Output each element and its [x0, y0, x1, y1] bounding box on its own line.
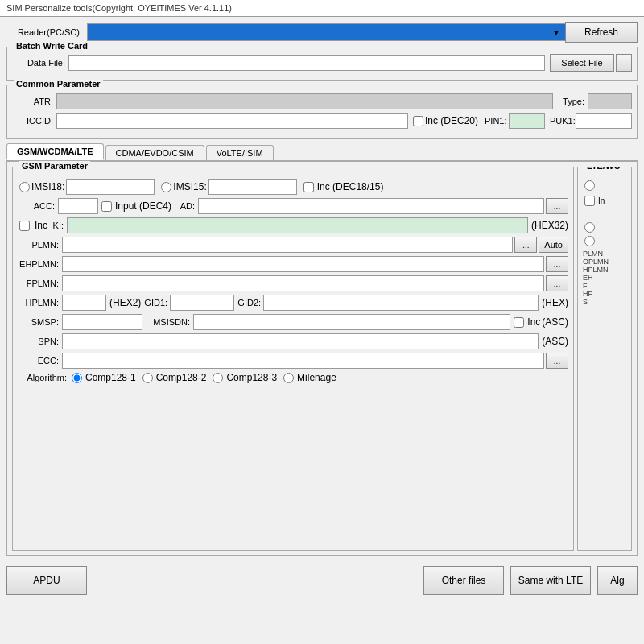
- inc-label: Inc: [35, 220, 47, 231]
- imsi-inc-label: Inc (DEC18/15): [317, 181, 384, 192]
- data-file-input[interactable]: [68, 55, 545, 71]
- imsi15-radio[interactable]: [161, 182, 171, 192]
- hplmn-label: HPLMN:: [18, 298, 62, 308]
- algo-comp128-2-radio[interactable]: [142, 373, 153, 383]
- ehplmn-input[interactable]: [62, 256, 544, 272]
- msisdn-inc-label: Inc: [527, 316, 540, 328]
- input-dec4-label: Input (DEC4): [115, 200, 171, 212]
- msisdn-inc-checkbox[interactable]: [514, 317, 524, 328]
- acc-input[interactable]: [58, 198, 98, 214]
- spn-input[interactable]: [62, 333, 539, 349]
- auto-button[interactable]: Auto: [539, 237, 568, 253]
- ki-inc-checkbox[interactable]: [19, 221, 30, 231]
- imsi18-label: IMSI18:: [31, 181, 64, 192]
- batch-legend: Batch Write Card: [14, 41, 90, 51]
- msisdn-label: MSISDN:: [149, 317, 193, 327]
- hplmn-hex2-label: (HEX2): [109, 297, 141, 308]
- ecc-input[interactable]: [62, 353, 544, 369]
- ecc-ellipsis-button[interactable]: ...: [546, 353, 568, 369]
- msisdn-input[interactable]: [193, 314, 510, 330]
- acc-label: ACC:: [18, 201, 58, 211]
- common-legend: Common Parameter: [14, 79, 103, 89]
- plmn-input[interactable]: [62, 237, 513, 253]
- fplmn-input[interactable]: [62, 275, 544, 291]
- plmn-label: PLMN:: [18, 240, 62, 250]
- ki-label: KI:: [51, 221, 67, 230]
- batch-extra-button[interactable]: [616, 54, 632, 72]
- algo-milenage-radio[interactable]: [283, 373, 294, 383]
- tab-cdma-evdo-csim[interactable]: CDMA/EVDO/CSIM: [105, 145, 204, 160]
- tab-volte-isim[interactable]: VoLTE/ISIM: [206, 145, 274, 160]
- spn-label: SPN:: [18, 336, 62, 346]
- type-input[interactable]: [588, 93, 632, 109]
- gsm-panel-legend: GSM Parameter: [19, 161, 90, 171]
- refresh-button[interactable]: Refresh: [565, 22, 638, 43]
- reader-select[interactable]: [87, 23, 568, 41]
- reader-label: Reader(PC/SC):: [6, 27, 87, 37]
- plmn-ellipsis-button[interactable]: ...: [514, 237, 537, 253]
- lte-radio-3[interactable]: [584, 236, 595, 246]
- ad-input[interactable]: [198, 198, 544, 214]
- smsp-label: SMSP:: [18, 317, 62, 327]
- ehplmn-label: EHPLMN:: [18, 259, 62, 269]
- inc-dec20-label: Inc (DEC20): [425, 115, 478, 126]
- lte-im-radio[interactable]: [584, 180, 595, 191]
- msisdn-asc-label: (ASC): [542, 316, 568, 328]
- puk1-label: PUK1:: [550, 116, 576, 126]
- data-file-label: Data File:: [12, 58, 68, 68]
- pin1-input[interactable]: 1234: [509, 113, 545, 129]
- tab-gsm-wcdma-lte[interactable]: GSM/WCDMA/LTE: [6, 143, 104, 160]
- puk1-input[interactable]: 88888888: [576, 113, 632, 129]
- ehplmn-ellipsis-button[interactable]: ...: [546, 256, 568, 272]
- pin1-label: PIN1:: [485, 116, 509, 126]
- hplmn-input[interactable]: [62, 295, 106, 311]
- gid2-hex-label: (HEX): [542, 297, 568, 308]
- lte-in-label: In: [598, 196, 605, 205]
- apdu-button[interactable]: APDU: [6, 566, 87, 595]
- gid2-label: GID2:: [237, 298, 263, 308]
- algo-milenage-label: Milenage: [297, 372, 336, 383]
- iccid-label: ICCID:: [12, 116, 56, 126]
- atr-label: ATR:: [12, 97, 56, 106]
- ad-label: AD:: [178, 201, 198, 211]
- same-with-lte-button[interactable]: Same with LTE: [510, 566, 591, 595]
- inc-dec20-checkbox[interactable]: [413, 116, 423, 126]
- gid2-input[interactable]: [263, 295, 539, 311]
- lte-panel-legend: LTE/WC: [584, 167, 622, 171]
- select-file-button[interactable]: Select File: [550, 54, 614, 72]
- iccid-input[interactable]: [56, 113, 408, 129]
- gid1-label: GID1:: [144, 298, 170, 308]
- lte-radio-2[interactable]: [584, 222, 595, 233]
- lte-in-checkbox[interactable]: [584, 196, 595, 206]
- gid1-input[interactable]: [170, 295, 234, 311]
- type-label: Type:: [559, 97, 588, 106]
- algo-comp128-2-label: Comp128-2: [156, 372, 207, 383]
- algo-comp128-3-label: Comp128-3: [226, 372, 277, 383]
- imsi18-radio[interactable]: [19, 182, 30, 192]
- atr-input[interactable]: [56, 93, 553, 109]
- hex32-label: (HEX32): [531, 220, 568, 231]
- ecc-label: ECC:: [18, 356, 62, 365]
- imsi-inc-checkbox[interactable]: [303, 182, 314, 192]
- input-dec4-checkbox[interactable]: [101, 201, 112, 212]
- imsi18-input[interactable]: [66, 179, 155, 195]
- algorithm-label: Algorithm:: [18, 373, 70, 382]
- imsi15-label: IMSI15:: [173, 181, 206, 192]
- imsi15-input[interactable]: [208, 179, 297, 195]
- algo-comp128-1-radio[interactable]: [72, 373, 82, 383]
- ad-ellipsis-button[interactable]: ...: [546, 198, 568, 214]
- spn-asc-label: (ASC): [542, 336, 568, 347]
- title-bar: SIM Personalize tools(Copyright: OYEITIM…: [0, 0, 644, 17]
- fplmn-ellipsis-button[interactable]: ...: [546, 275, 568, 291]
- fplmn-label: FPLMN:: [18, 279, 62, 288]
- algo-comp128-1-label: Comp128-1: [85, 372, 136, 383]
- other-files-button[interactable]: Other files: [423, 566, 504, 595]
- algorithm-button[interactable]: Alg: [597, 566, 638, 595]
- ki-input[interactable]: [67, 217, 528, 233]
- smsp-input[interactable]: [62, 314, 142, 330]
- algo-comp128-3-radio[interactable]: [213, 373, 223, 383]
